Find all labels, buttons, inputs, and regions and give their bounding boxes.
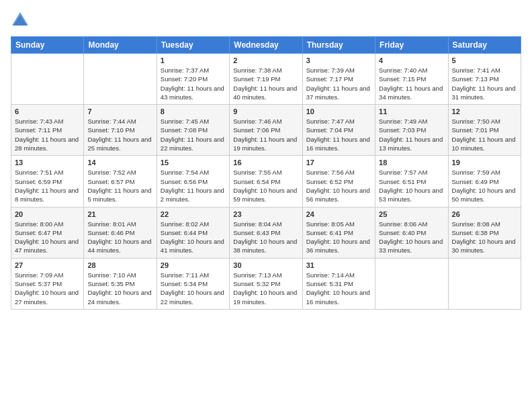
- day-number: 25: [379, 210, 444, 218]
- day-number: 5: [452, 56, 517, 64]
- day-cell: 17Sunrise: 7:56 AM Sunset: 6:52 PM Dayli…: [302, 156, 375, 207]
- day-cell: 31Sunrise: 7:14 AM Sunset: 5:31 PM Dayli…: [302, 258, 375, 309]
- calendar-body: 1Sunrise: 7:37 AM Sunset: 7:20 PM Daylig…: [11, 54, 521, 310]
- day-cell: 3Sunrise: 7:39 AM Sunset: 7:17 PM Daylig…: [302, 54, 375, 105]
- day-cell: 30Sunrise: 7:13 AM Sunset: 5:32 PM Dayli…: [230, 258, 302, 309]
- day-info: Sunrise: 8:05 AM Sunset: 6:41 PM Dayligh…: [306, 220, 371, 255]
- header-cell-friday: Friday: [375, 37, 448, 54]
- day-cell: 13Sunrise: 7:51 AM Sunset: 6:59 PM Dayli…: [11, 156, 84, 207]
- day-cell: 12Sunrise: 7:50 AM Sunset: 7:01 PM Dayli…: [448, 105, 521, 156]
- day-info: Sunrise: 7:43 AM Sunset: 7:11 PM Dayligh…: [15, 117, 80, 152]
- day-info: Sunrise: 8:08 AM Sunset: 6:38 PM Dayligh…: [452, 220, 517, 255]
- header-cell-sunday: Sunday: [11, 37, 84, 54]
- day-number: 4: [379, 56, 444, 64]
- week-row-3: 13Sunrise: 7:51 AM Sunset: 6:59 PM Dayli…: [11, 156, 521, 207]
- day-number: 7: [87, 107, 152, 116]
- day-cell: 21Sunrise: 8:01 AM Sunset: 6:46 PM Dayli…: [84, 207, 157, 258]
- day-cell: 27Sunrise: 7:09 AM Sunset: 5:37 PM Dayli…: [11, 258, 84, 309]
- day-number: 11: [379, 107, 444, 116]
- day-info: Sunrise: 7:11 AM Sunset: 5:34 PM Dayligh…: [161, 271, 226, 306]
- header-cell-monday: Monday: [84, 37, 157, 54]
- day-cell: 19Sunrise: 7:59 AM Sunset: 6:49 PM Dayli…: [448, 156, 521, 207]
- header-cell-saturday: Saturday: [448, 37, 521, 54]
- day-number: 21: [87, 210, 152, 218]
- day-cell: 16Sunrise: 7:55 AM Sunset: 6:54 PM Dayli…: [230, 156, 302, 207]
- header-cell-tuesday: Tuesday: [157, 37, 229, 54]
- day-number: 31: [306, 261, 371, 269]
- calendar-table: SundayMondayTuesdayWednesdayThursdayFrid…: [11, 36, 521, 310]
- day-info: Sunrise: 7:56 AM Sunset: 6:52 PM Dayligh…: [306, 168, 371, 203]
- day-info: Sunrise: 7:44 AM Sunset: 7:10 PM Dayligh…: [87, 117, 152, 152]
- day-number: 29: [161, 261, 226, 269]
- day-cell: 15Sunrise: 7:54 AM Sunset: 6:56 PM Dayli…: [157, 156, 229, 207]
- day-info: Sunrise: 7:57 AM Sunset: 6:51 PM Dayligh…: [379, 168, 444, 203]
- week-row-4: 20Sunrise: 8:00 AM Sunset: 6:47 PM Dayli…: [11, 207, 521, 258]
- day-info: Sunrise: 7:45 AM Sunset: 7:08 PM Dayligh…: [161, 117, 226, 152]
- day-cell: 6Sunrise: 7:43 AM Sunset: 7:11 PM Daylig…: [11, 105, 84, 156]
- day-number: 20: [15, 210, 80, 218]
- day-number: 1: [161, 56, 226, 64]
- day-info: Sunrise: 8:06 AM Sunset: 6:40 PM Dayligh…: [379, 220, 444, 255]
- day-number: 28: [87, 261, 152, 269]
- day-info: Sunrise: 7:40 AM Sunset: 7:15 PM Dayligh…: [379, 66, 444, 101]
- day-cell: 2Sunrise: 7:38 AM Sunset: 7:19 PM Daylig…: [230, 54, 302, 105]
- day-cell: [375, 258, 448, 309]
- logo-icon: [11, 11, 30, 30]
- logo: [11, 11, 32, 30]
- calendar-header: SundayMondayTuesdayWednesdayThursdayFrid…: [11, 37, 521, 54]
- header: [11, 11, 521, 30]
- day-cell: 20Sunrise: 8:00 AM Sunset: 6:47 PM Dayli…: [11, 207, 84, 258]
- day-number: 27: [15, 261, 80, 269]
- day-info: Sunrise: 7:52 AM Sunset: 6:57 PM Dayligh…: [87, 168, 152, 203]
- day-info: Sunrise: 7:13 AM Sunset: 5:32 PM Dayligh…: [233, 271, 298, 306]
- day-info: Sunrise: 7:10 AM Sunset: 5:35 PM Dayligh…: [87, 271, 152, 306]
- day-number: 24: [306, 210, 371, 218]
- day-number: 9: [233, 107, 298, 116]
- day-number: 8: [161, 107, 226, 116]
- day-info: Sunrise: 7:38 AM Sunset: 7:19 PM Dayligh…: [233, 66, 298, 101]
- day-info: Sunrise: 8:04 AM Sunset: 6:43 PM Dayligh…: [233, 220, 298, 255]
- day-info: Sunrise: 7:14 AM Sunset: 5:31 PM Dayligh…: [306, 271, 371, 306]
- day-cell: 11Sunrise: 7:49 AM Sunset: 7:03 PM Dayli…: [375, 105, 448, 156]
- day-number: 14: [87, 158, 152, 167]
- day-info: Sunrise: 7:41 AM Sunset: 7:13 PM Dayligh…: [452, 66, 517, 101]
- day-number: 30: [233, 261, 298, 269]
- header-cell-thursday: Thursday: [302, 37, 375, 54]
- day-number: 10: [306, 107, 371, 116]
- day-info: Sunrise: 7:50 AM Sunset: 7:01 PM Dayligh…: [452, 117, 517, 152]
- day-number: 15: [161, 158, 226, 167]
- day-info: Sunrise: 7:09 AM Sunset: 5:37 PM Dayligh…: [15, 271, 80, 306]
- day-info: Sunrise: 7:51 AM Sunset: 6:59 PM Dayligh…: [15, 168, 80, 203]
- day-number: 19: [452, 158, 517, 167]
- day-cell: 23Sunrise: 8:04 AM Sunset: 6:43 PM Dayli…: [230, 207, 302, 258]
- day-info: Sunrise: 7:47 AM Sunset: 7:04 PM Dayligh…: [306, 117, 371, 152]
- day-cell: [84, 54, 157, 105]
- day-cell: 9Sunrise: 7:46 AM Sunset: 7:06 PM Daylig…: [230, 105, 302, 156]
- day-number: 2: [233, 56, 298, 64]
- day-cell: 22Sunrise: 8:02 AM Sunset: 6:44 PM Dayli…: [157, 207, 229, 258]
- day-info: Sunrise: 7:54 AM Sunset: 6:56 PM Dayligh…: [161, 168, 226, 203]
- day-info: Sunrise: 8:00 AM Sunset: 6:47 PM Dayligh…: [15, 220, 80, 255]
- day-info: Sunrise: 7:46 AM Sunset: 7:06 PM Dayligh…: [233, 117, 298, 152]
- day-number: 13: [15, 158, 80, 167]
- day-number: 6: [15, 107, 80, 116]
- day-info: Sunrise: 7:39 AM Sunset: 7:17 PM Dayligh…: [306, 66, 371, 101]
- day-info: Sunrise: 7:37 AM Sunset: 7:20 PM Dayligh…: [161, 66, 226, 101]
- header-cell-wednesday: Wednesday: [230, 37, 302, 54]
- week-row-5: 27Sunrise: 7:09 AM Sunset: 5:37 PM Dayli…: [11, 258, 521, 309]
- day-number: 3: [306, 56, 371, 64]
- day-cell: 24Sunrise: 8:05 AM Sunset: 6:41 PM Dayli…: [302, 207, 375, 258]
- header-row: SundayMondayTuesdayWednesdayThursdayFrid…: [11, 37, 521, 54]
- week-row-2: 6Sunrise: 7:43 AM Sunset: 7:11 PM Daylig…: [11, 105, 521, 156]
- day-info: Sunrise: 7:55 AM Sunset: 6:54 PM Dayligh…: [233, 168, 298, 203]
- day-cell: 25Sunrise: 8:06 AM Sunset: 6:40 PM Dayli…: [375, 207, 448, 258]
- day-cell: 7Sunrise: 7:44 AM Sunset: 7:10 PM Daylig…: [84, 105, 157, 156]
- day-number: 26: [452, 210, 517, 218]
- day-cell: 10Sunrise: 7:47 AM Sunset: 7:04 PM Dayli…: [302, 105, 375, 156]
- day-info: Sunrise: 8:01 AM Sunset: 6:46 PM Dayligh…: [87, 220, 152, 255]
- day-cell: 26Sunrise: 8:08 AM Sunset: 6:38 PM Dayli…: [448, 207, 521, 258]
- day-cell: 29Sunrise: 7:11 AM Sunset: 5:34 PM Dayli…: [157, 258, 229, 309]
- day-cell: 5Sunrise: 7:41 AM Sunset: 7:13 PM Daylig…: [448, 54, 521, 105]
- day-cell: 28Sunrise: 7:10 AM Sunset: 5:35 PM Dayli…: [84, 258, 157, 309]
- day-number: 17: [306, 158, 371, 167]
